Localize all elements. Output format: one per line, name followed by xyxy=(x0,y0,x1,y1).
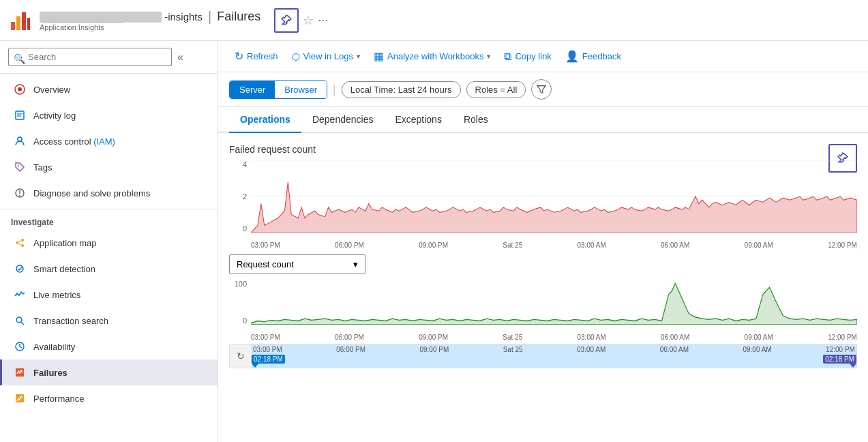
app-icon xyxy=(8,8,33,33)
copy-link-button[interactable]: ⧉ Copy link xyxy=(498,47,556,66)
svg-point-6 xyxy=(18,87,22,91)
x-label: 03:00 PM xyxy=(251,241,280,249)
svg-point-11 xyxy=(18,165,19,166)
x-label: 06:00 AM xyxy=(661,241,689,249)
x-label: 12:00 PM xyxy=(828,334,857,341)
timeline-label: 06:00 PM xyxy=(336,346,365,353)
roles-filter[interactable]: Roles = All xyxy=(466,81,526,98)
x-label: 09:00 AM xyxy=(745,241,773,249)
chart-title: Failed request count xyxy=(229,144,316,155)
tab-operations[interactable]: Operations xyxy=(229,107,301,133)
tab-exceptions[interactable]: Exceptions xyxy=(384,107,452,133)
x-label: 03:00 AM xyxy=(577,334,605,341)
ellipsis-button[interactable]: ··· xyxy=(318,13,328,27)
investigate-section-label: Investigate xyxy=(0,209,218,230)
timeline-refresh-btn[interactable]: ↻ xyxy=(230,344,252,368)
sidebar-item-transaction-search[interactable]: Transaction search xyxy=(0,308,218,334)
time-filter[interactable]: Local Time: Last 24 hours xyxy=(342,81,461,98)
collapse-sidebar-button[interactable]: « xyxy=(177,51,183,63)
x-label: 09:00 PM xyxy=(419,241,448,249)
svg-point-17 xyxy=(21,244,24,247)
timeline-marker-left: 02:18 PM xyxy=(252,355,285,368)
sidebar-item-label: Smart detection xyxy=(33,264,95,274)
smart-detection-icon xyxy=(13,262,27,276)
browser-toggle[interactable]: Browser xyxy=(275,81,327,98)
sidebar-item-access-control[interactable]: Access control (IAM) xyxy=(0,128,218,154)
diagnose-icon xyxy=(13,186,27,200)
sidebar-item-application-map[interactable]: Application map xyxy=(0,230,218,256)
x-label: Sat 25 xyxy=(503,334,522,341)
content-area: ↻ Refresh ⬡ View in Logs ▾ ▦ Analyze wit… xyxy=(218,41,868,442)
main-layout: 🔍 « Overview Activity log xyxy=(0,41,868,442)
tab-dependencies[interactable]: Dependencies xyxy=(301,107,385,133)
green-chart-svg xyxy=(251,280,857,325)
timeline-track[interactable]: 03:00 PM 06:00 PM 09:00 PM Sat 25 03:00 … xyxy=(252,344,856,368)
availability-icon xyxy=(13,340,27,353)
analyze-button[interactable]: ▦ Analyze with Workbooks ▾ xyxy=(368,46,496,66)
sidebar: 🔍 « Overview Activity log xyxy=(0,41,218,442)
top-bar-title: ████████████-insights -insights | Failur… xyxy=(40,9,260,31)
sidebar-item-failures[interactable]: Failures xyxy=(0,359,218,385)
sidebar-item-activity-log[interactable]: Activity log xyxy=(0,102,218,128)
timeline-labels: 03:00 PM 06:00 PM 09:00 PM Sat 25 03:00 … xyxy=(252,344,856,353)
toolbar: ↻ Refresh ⬡ View in Logs ▾ ▦ Analyze wit… xyxy=(218,41,868,72)
sidebar-item-performance[interactable]: Performance xyxy=(0,385,218,411)
svg-line-19 xyxy=(18,244,21,245)
sidebar-item-tags[interactable]: Tags xyxy=(0,154,218,180)
sidebar-item-label: Live metrics xyxy=(33,290,80,300)
sidebar-item-label: Diagnose and solve problems xyxy=(33,188,150,198)
svg-rect-2 xyxy=(22,12,26,30)
view-in-logs-button[interactable]: ⬡ View in Logs ▾ xyxy=(286,48,365,65)
svg-rect-1 xyxy=(16,16,20,30)
request-count-chart: 100 0 03:00 PM 06:00 PM xyxy=(229,280,857,341)
svg-point-15 xyxy=(16,241,18,244)
x-label: 09:00 PM xyxy=(419,334,448,341)
x-label: 06:00 AM xyxy=(661,334,689,341)
sidebar-item-label: Activity log xyxy=(33,110,76,121)
sidebar-item-overview[interactable]: Overview xyxy=(0,76,218,102)
refresh-button[interactable]: ↻ Refresh xyxy=(229,46,284,66)
x-axis-labels: 03:00 PM 06:00 PM 09:00 PM Sat 25 03:00 … xyxy=(251,241,857,249)
sidebar-item-label: Overview xyxy=(33,85,70,95)
failures-icon xyxy=(13,366,27,379)
pin-button[interactable] xyxy=(274,8,299,33)
refresh-icon: ↻ xyxy=(235,50,243,63)
chart-container: Failed request count 4 2 xyxy=(229,144,857,368)
x-label: 06:00 PM xyxy=(335,241,364,249)
server-toggle[interactable]: Server xyxy=(230,81,275,98)
left-triangle xyxy=(252,364,258,368)
failed-request-chart: 4 2 0 xyxy=(229,160,857,249)
live-metrics-icon xyxy=(13,288,27,301)
sidebar-item-label: Application map xyxy=(33,238,97,248)
sidebar-item-availability[interactable]: Availability xyxy=(0,334,218,359)
sidebar-item-live-metrics[interactable]: Live metrics xyxy=(0,282,218,308)
filter-funnel-button[interactable] xyxy=(531,79,552,100)
star-button[interactable]: ☆ xyxy=(303,13,314,28)
x-axis-labels-bottom: 03:00 PM 06:00 PM 09:00 PM Sat 25 03:00 … xyxy=(251,334,857,341)
timeline-label: 12:00 PM xyxy=(826,346,855,353)
metric-dropdown[interactable]: Request count ▾ xyxy=(229,254,365,274)
sidebar-item-label: Availability xyxy=(33,342,75,352)
overview-icon xyxy=(13,83,27,96)
timeline-label: 03:00 PM xyxy=(253,346,282,353)
filter-separator: | xyxy=(333,83,336,97)
transaction-search-icon xyxy=(13,314,27,327)
feedback-button[interactable]: 👤 Feedback xyxy=(560,46,627,66)
sidebar-item-diagnose[interactable]: Diagnose and solve problems xyxy=(0,180,218,206)
iam-icon xyxy=(13,134,27,148)
timeline-label: 03:00 AM xyxy=(577,346,605,353)
search-input[interactable] xyxy=(8,48,172,66)
y-label-0b: 0 xyxy=(243,316,247,325)
timeline-label: Sat 25 xyxy=(503,346,523,353)
sidebar-item-label: Transaction search xyxy=(33,316,108,326)
resource-name-suffix: -insights xyxy=(164,11,203,23)
svg-line-18 xyxy=(18,241,21,242)
svg-rect-3 xyxy=(27,18,30,30)
server-browser-toggle: Server Browser xyxy=(229,80,327,99)
logs-icon: ⬡ xyxy=(292,51,300,62)
sidebar-item-label: Failures xyxy=(33,368,68,378)
svg-point-14 xyxy=(19,195,20,196)
title-separator: | xyxy=(208,9,211,25)
sidebar-item-smart-detection[interactable]: Smart detection xyxy=(0,256,218,282)
tab-roles[interactable]: Roles xyxy=(453,107,499,133)
